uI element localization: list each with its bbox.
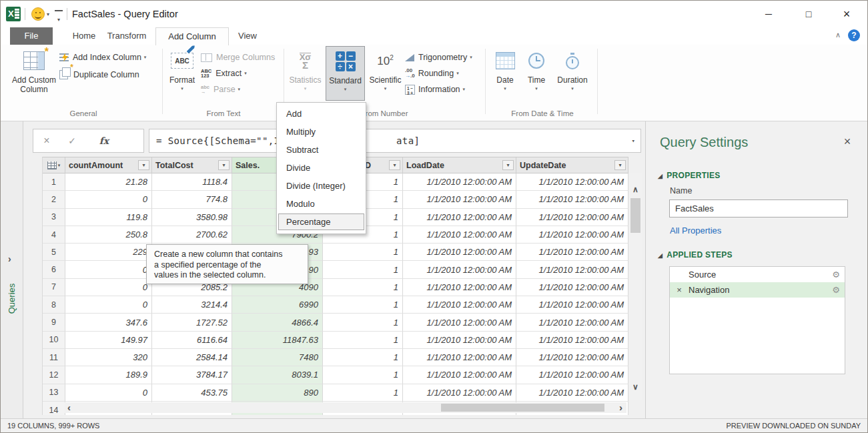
filter-icon[interactable]: ▾ [218, 160, 230, 170]
duplicate-column-button[interactable]: * Duplicate Column [59, 67, 139, 82]
tab-home[interactable]: Home [65, 27, 103, 45]
cell: 0 [65, 296, 152, 314]
horizontal-scrollbar[interactable]: ‹ › [65, 402, 626, 413]
row-number[interactable]: 1 [43, 173, 65, 191]
parse-button[interactable]: abc→ Parse▾ [201, 82, 240, 97]
formula-fx-icon[interactable]: fx [96, 129, 112, 152]
group-divider [485, 49, 486, 114]
rounding-button[interactable]: .00→.0 Rounding▾ [405, 66, 459, 81]
add-custom-column-button[interactable]: * Add Custom Column [7, 46, 61, 101]
cell: 1 [323, 244, 403, 261]
tab-view[interactable]: View [230, 27, 265, 45]
filter-icon[interactable]: ▾ [502, 160, 514, 170]
table-row: 10149.976116.6411847.6311/1/2010 12:00:0… [43, 332, 628, 349]
row-number[interactable]: 2 [43, 191, 65, 208]
scientific-button[interactable]: 102 Scientific ▾ [366, 46, 405, 101]
menu-item-add[interactable]: Add [277, 105, 366, 123]
format-button[interactable]: ABC Format ▾ [165, 46, 199, 101]
expand-queries-pane-icon[interactable]: › [8, 254, 11, 264]
row-number[interactable]: 10 [43, 332, 65, 349]
row-number[interactable]: 11 [43, 349, 65, 366]
date-button[interactable]: Date ▾ [490, 46, 520, 101]
cell: 1/1/2010 12:00:00 AM [403, 209, 516, 226]
standard-button[interactable]: +−÷× Standard ▾ [326, 46, 365, 101]
panel-close-icon[interactable]: × [841, 135, 854, 149]
merge-columns-button[interactable]: Merge Columns [201, 50, 275, 65]
menu-item-subtract[interactable]: Subtract [277, 141, 366, 159]
row-number[interactable]: 8 [43, 296, 65, 314]
information-button[interactable]: 1 −3 + Information▾ [405, 82, 465, 97]
scroll-up-icon[interactable]: ∧ [628, 185, 642, 194]
menu-item-modulo[interactable]: Modulo [277, 195, 366, 213]
row-number[interactable]: 7 [43, 279, 65, 296]
tab-add-column[interactable]: Add Column [155, 27, 229, 45]
applied-steps-section-header[interactable]: ◢APPLIED STEPS [658, 250, 733, 260]
step-navigation[interactable]: × Navigation ⚙ [670, 282, 845, 298]
row-number[interactable]: 4 [43, 226, 65, 244]
row-number[interactable]: 6 [43, 261, 65, 278]
row-number[interactable]: 13 [43, 384, 65, 402]
filter-icon[interactable]: ▾ [614, 160, 626, 170]
duration-button[interactable]: Duration ▾ [553, 46, 592, 101]
all-properties-link[interactable]: All Properties [670, 226, 721, 236]
cell: 1 [323, 332, 403, 349]
cell: 1/1/2010 12:00:00 AM [403, 226, 516, 244]
step-source[interactable]: × Source ⚙ [670, 267, 845, 282]
column-header-totalcost[interactable]: TotalCost▾ [152, 157, 232, 173]
formula-accept-icon[interactable]: ✓ [64, 129, 80, 152]
row-number[interactable]: 9 [43, 314, 65, 331]
extract-button[interactable]: ABC123 Extract▾ [201, 66, 247, 81]
help-icon[interactable]: ? [848, 29, 860, 41]
cell: 0 [65, 384, 152, 402]
scroll-right-icon[interactable]: › [619, 402, 622, 413]
query-name-input[interactable] [669, 199, 848, 218]
row-number[interactable]: 12 [43, 366, 65, 384]
table-row: 130453.7589011/1/2010 12:00:00 AM1/1/201… [43, 384, 628, 402]
formula-expand-icon[interactable]: ▾ [632, 129, 635, 152]
filter-icon[interactable]: ▾ [138, 160, 149, 170]
minimize-button[interactable]: ─ [758, 5, 779, 23]
scroll-left-icon[interactable]: ‹ [67, 402, 71, 413]
vertical-scrollbar[interactable]: ∧ ∨ [628, 173, 642, 400]
trigonometry-button[interactable]: Trigonometry▾ [405, 50, 472, 65]
menu-item-divide-integer[interactable]: Divide (Integer) [277, 177, 366, 195]
scientific-icon: 102 [377, 54, 393, 68]
horizontal-scroll-thumb[interactable] [441, 404, 604, 412]
formula-input[interactable]: = Source{[Schema="",I ata] ▾ [149, 129, 641, 153]
properties-section-header[interactable]: ◢PROPERTIES [658, 171, 721, 180]
filter-icon[interactable]: ▾ [389, 160, 400, 170]
tab-file[interactable]: File [10, 27, 53, 45]
queries-pane-label[interactable]: Queries [7, 276, 17, 322]
time-button[interactable]: Time ▾ [522, 46, 551, 101]
gear-icon[interactable]: ⚙ [827, 270, 845, 280]
collapse-ribbon-icon[interactable]: ∧ [832, 31, 844, 41]
row-number[interactable]: 3 [43, 209, 65, 226]
tab-transform[interactable]: Transform [101, 27, 153, 45]
cell: 2700.62 [152, 226, 232, 244]
select-all-button[interactable]: ▾ [43, 157, 65, 173]
feedback-smiley-icon[interactable] [31, 7, 45, 21]
column-header-loaddate[interactable]: LoadDate▾ [403, 157, 516, 173]
cell: 1 [323, 261, 403, 278]
row-number[interactable]: 14 [43, 402, 65, 415]
table-row: 113202584.14748011/1/2010 12:00:00 AM1/1… [43, 349, 628, 366]
row-number[interactable]: 5 [43, 244, 65, 261]
cell: 890 [232, 384, 323, 402]
cell: 1/1/2010 12:00:00 AM [516, 349, 628, 366]
maximize-button[interactable]: □ [798, 5, 819, 23]
delete-step-icon[interactable]: × [670, 285, 689, 295]
column-header-countamount[interactable]: countAmount▾ [65, 157, 152, 173]
close-button[interactable]: × [836, 5, 857, 23]
statistics-button[interactable]: XσΣ Statistics ▾ [286, 46, 325, 101]
vertical-scroll-thumb[interactable] [630, 198, 640, 233]
menu-item-divide[interactable]: Divide [277, 159, 366, 177]
menu-item-multiply[interactable]: Multiply [277, 123, 366, 141]
scroll-down-icon[interactable]: ∨ [628, 382, 642, 392]
smiley-dropdown-icon[interactable]: ▾ [47, 11, 49, 17]
formula-cancel-icon[interactable]: × [39, 129, 55, 152]
column-header-updatedate[interactable]: UpdateDate▾ [516, 157, 628, 173]
menu-item-percentage[interactable]: Percentage [278, 213, 364, 230]
cell: 1/1/2010 12:00:00 AM [516, 296, 628, 314]
quick-access-toolbar-icon[interactable]: ▾ [55, 10, 63, 24]
gear-icon[interactable]: ⚙ [827, 285, 845, 295]
